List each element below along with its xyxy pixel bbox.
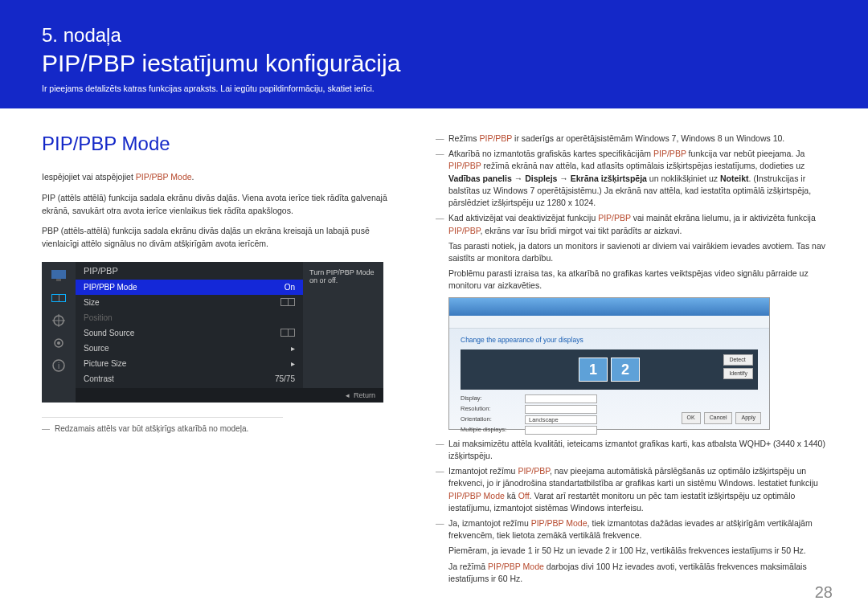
window-titlebar — [449, 298, 769, 316]
note-1: Režīms PIP/PBP ir saderīgs ar operētājsi… — [436, 133, 826, 145]
osd-screenshot: i PIP/PBP PIP/PBP ModeOn Size Position S… — [42, 262, 383, 403]
right-column: Režīms PIP/PBP ir saderīgs ar operētājsi… — [436, 133, 826, 588]
osd-row-position: Position — [76, 310, 303, 325]
apply-button: Apply — [735, 412, 761, 423]
left-column: PIP/PBP Mode Iespējojiet vai atspējojiet… — [42, 133, 403, 588]
page-header: 5. nodaļa PIP/PBP iestatījumu konfigurāc… — [0, 0, 868, 108]
chevron-right-icon: ▸ — [291, 359, 295, 368]
cancel-button: Cancel — [704, 412, 733, 423]
sound-glyph-icon — [280, 329, 295, 337]
windows-screenshot: Change the appearance of your displays 1… — [448, 297, 770, 430]
content-area: PIP/PBP Mode Iespējojiet vai atspējojiet… — [0, 108, 868, 588]
gear-icon — [51, 336, 67, 350]
note-3-sub1: Tas parasti notiek, ja dators un monitor… — [436, 240, 826, 264]
monitor-1: 1 — [579, 358, 608, 382]
pbp-icon — [51, 291, 67, 305]
monitor-preview: 1 2 Detect Identify — [461, 349, 758, 390]
intro-paragraph-1: Iespējojiet vai atspējojiet PIP/PBP Mode… — [42, 171, 403, 184]
intro-paragraph-3: PBP (attēls-attēlā) funkcija sadala ekrā… — [42, 225, 403, 251]
chapter-label: 5. nodaļa — [42, 24, 826, 47]
osd-sidebar: i — [42, 262, 76, 403]
section-title: PIP/PBP Mode — [42, 133, 403, 155]
osd-row-picsize: Picture Size▸ — [76, 356, 303, 371]
page-number: 28 — [815, 583, 833, 602]
note-3: Kad aktivizējat vai deaktivizējat funkci… — [436, 212, 826, 236]
window-toolbar — [449, 316, 769, 329]
osd-row-size: Size — [76, 295, 303, 310]
chevron-right-icon: ▸ — [291, 344, 295, 353]
page-subtitle: Ir pieejams detalizēts katras funkcijas … — [42, 84, 826, 93]
svg-rect-1 — [56, 279, 61, 281]
osd-footer: ◂ Return — [76, 388, 383, 403]
svg-rect-0 — [51, 270, 66, 279]
note-6-sub2: Ja režīmā PIP/PBP Mode darbojas divi 100… — [436, 561, 826, 585]
identify-button: Identify — [723, 368, 753, 379]
svg-point-6 — [57, 341, 60, 345]
divider — [42, 417, 283, 418]
window-heading-link: Change the appearance of your displays — [461, 335, 758, 345]
note-3-sub2: Problēmu parasti izraisa tas, ka atkarīb… — [436, 268, 826, 292]
note-6: Ja, izmantojot režīmu PIP/PBP Mode, tiek… — [436, 517, 826, 541]
monitor-2: 2 — [611, 358, 640, 382]
intro-paragraph-2: PIP (attēls attēlā) funkcija sadala ekrā… — [42, 192, 403, 218]
note-6-sub1: Piemēram, ja ievade 1 ir 50 Hz un ievade… — [436, 545, 826, 557]
target-icon — [51, 313, 67, 328]
osd-row-source: Source▸ — [76, 341, 303, 356]
osd-row-contrast: Contrast75/75 — [76, 371, 303, 386]
back-arrow-icon: ◂ — [346, 391, 350, 399]
osd-tooltip: Turn PIP/PBP Mode on or off. — [303, 262, 383, 403]
pip-pbp-mode-highlight: PIP/PBP Mode — [136, 172, 192, 182]
monitor-icon — [51, 268, 67, 283]
osd-header: PIP/PBP — [76, 262, 303, 280]
note-4: Lai maksimizētu attēla kvalitāti, ieteic… — [436, 438, 826, 462]
page-title: PIP/PBP iestatījumu konfigurācija — [42, 50, 826, 77]
osd-row-mode: PIP/PBP ModeOn — [76, 280, 303, 295]
note-5: Izmantojot režīmu PIP/PBP, nav pieejama … — [436, 465, 826, 514]
size-glyph-icon — [280, 298, 295, 306]
info-icon: i — [51, 358, 67, 373]
note-2: Atkarībā no izmantotās grafiskās kartes … — [436, 148, 826, 209]
svg-text:i: i — [58, 362, 59, 370]
osd-main: PIP/PBP PIP/PBP ModeOn Size Position Sou… — [76, 262, 303, 403]
model-footnote: Redzamais attēls var būt atšķirīgs atkar… — [42, 424, 403, 433]
ok-button: OK — [682, 412, 701, 423]
detect-button: Detect — [723, 354, 753, 366]
osd-row-sound: Sound Source — [76, 325, 303, 341]
